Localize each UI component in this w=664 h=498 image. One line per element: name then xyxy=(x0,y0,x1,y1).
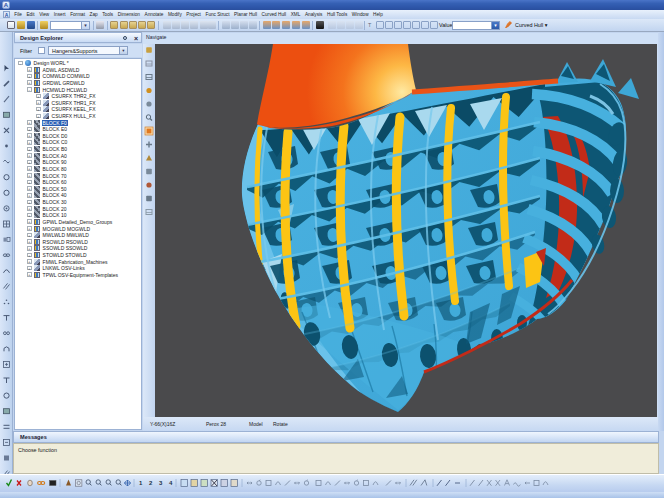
svg-text:1: 1 xyxy=(139,480,143,486)
svg-text:4: 4 xyxy=(169,480,173,486)
svg-text:2: 2 xyxy=(149,480,153,486)
svg-text:3: 3 xyxy=(159,480,163,486)
